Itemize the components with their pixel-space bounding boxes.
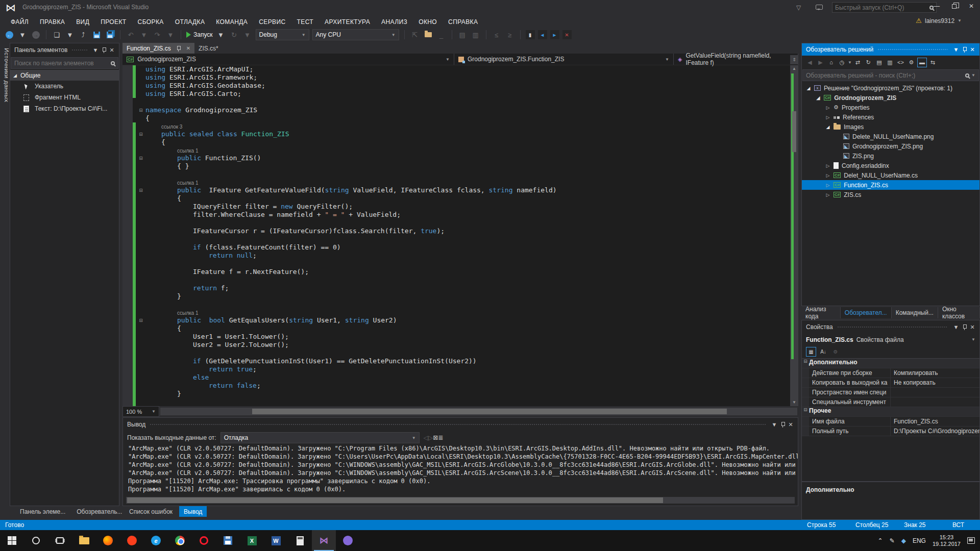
code-line[interactable]: ссылка 1 [122, 146, 790, 154]
solution-explorer-header[interactable]: Обозреватель решений ▼ ✕ [802, 43, 979, 56]
property-pages-icon[interactable]: ⚙ [830, 347, 841, 357]
output-header[interactable]: Вывод ▼ ✕ [123, 418, 798, 431]
pin-icon[interactable] [960, 46, 968, 53]
properties-icon[interactable]: ⚙ [906, 58, 916, 67]
property-value[interactable] [891, 388, 979, 397]
codelens-references[interactable]: ссылка 1 [177, 180, 199, 186]
switch-views-icon[interactable]: ⇄ [853, 58, 863, 67]
restart-button[interactable]: ↻ [229, 29, 239, 40]
code-line[interactable]: using ESRI.ArcGIS.Framework; [122, 73, 790, 82]
dock-tab[interactable]: Обозреватель... [72, 506, 127, 517]
tool-window-tab[interactable]: Анализ кода [801, 307, 841, 318]
code-line[interactable]: { [122, 324, 790, 333]
tree-item[interactable]: ▷C#ZIS.cs [802, 190, 979, 199]
expander-icon[interactable]: ◢ [825, 124, 830, 130]
scroll-down-icon[interactable]: ▼ [790, 399, 798, 406]
tool-window-tab[interactable]: Окно классов [938, 307, 980, 318]
user-badge[interactable]: ⚠ laines9312 ▼ [916, 17, 962, 24]
solution-explorer-search[interactable]: ▼ [802, 69, 979, 81]
window-position-icon[interactable]: ▼ [91, 47, 100, 53]
close-panel-icon[interactable]: ✕ [968, 46, 976, 53]
toolbox-item[interactable]: Фрагмент HTML [10, 92, 119, 103]
tree-item[interactable]: Delete_NULL_UserName.png [802, 132, 979, 141]
code-line[interactable]: IFeatureCursor r = (IFeatureCursor)fclas… [122, 227, 790, 235]
tree-item[interactable]: ZIS.png [802, 151, 979, 161]
output-log[interactable]: "ArcMap.exe" (CLR v2.0.50727: DefaultDom… [123, 444, 798, 495]
code-line[interactable] [122, 349, 790, 357]
scrollbar-thumb[interactable] [792, 111, 796, 152]
property-category[interactable]: ⊟Прочее [802, 407, 979, 417]
word-icon[interactable]: W [264, 530, 288, 551]
start-debug-button[interactable]: Запуск [186, 29, 213, 40]
code-line[interactable] [122, 235, 790, 243]
toolbox-header[interactable]: Панель элементов ▼ ✕ [10, 43, 119, 57]
code-line[interactable] [122, 260, 790, 268]
code-line[interactable]: ссылка 1 [122, 309, 790, 316]
back-icon[interactable]: ◀ [805, 58, 815, 67]
expander-icon[interactable]: ▷ [825, 183, 830, 188]
menu-сборка[interactable]: СБОРКА [132, 17, 169, 27]
code-line[interactable]: { [122, 194, 790, 203]
navigate-backward-caret[interactable]: ▼ [17, 29, 28, 40]
notifications-filter-icon[interactable]: ▽ [796, 4, 801, 11]
window-position-icon[interactable]: ▼ [770, 421, 778, 428]
zoom-control[interactable]: 100 %▼ [122, 406, 159, 417]
menu-правка[interactable]: ПРАВКА [34, 17, 70, 27]
data-sources-vertical-tab[interactable]: Источники данных [0, 45, 10, 157]
navbar-type-dropdown[interactable]: Grodnogiprozem_ZIS.Function_ZIS ▼ [454, 54, 674, 65]
chevron-down-icon[interactable]: ▼ [971, 73, 975, 78]
task-view-button[interactable] [48, 530, 72, 551]
chrome-icon[interactable] [168, 530, 192, 551]
code-line[interactable] [122, 219, 790, 227]
pending-changes-filter-icon-caret[interactable]: ▼ [848, 60, 852, 65]
window-position-icon[interactable]: ▼ [952, 324, 960, 330]
code-line[interactable]: if (fclass.FeatureCount(filter) == 0) [122, 243, 790, 252]
menu-файл[interactable]: ФАЙЛ [5, 17, 34, 27]
pen-tray-icon[interactable]: ✎ [890, 537, 895, 544]
menu-окно[interactable]: ОКНО [413, 17, 443, 27]
editor-split-handle[interactable]: ⇕ [790, 55, 798, 64]
preview-selected-items-icon[interactable]: ▬ [917, 58, 927, 67]
close-tab-icon[interactable]: ✕ [186, 45, 190, 51]
firefox-icon[interactable] [96, 530, 120, 551]
minimize-button[interactable]: — [928, 0, 945, 12]
code-line[interactable] [122, 300, 790, 309]
properties-object-selector[interactable]: Function_ZIS.cs Свойства файла ▼ [802, 334, 979, 345]
opera-icon[interactable] [192, 530, 216, 551]
tree-item[interactable]: ▷C#Delet_NULL_UserName.cs [802, 170, 979, 180]
pending-changes-filter-icon[interactable]: ◷ [837, 58, 847, 67]
start-button[interactable] [0, 530, 24, 551]
toolbox-group-general[interactable]: ◢ Общие [10, 70, 119, 81]
menu-тест[interactable]: ТЕСТ [291, 17, 320, 27]
code-line[interactable]: ссылка 1 [122, 179, 790, 186]
close-panel-icon[interactable]: ✕ [787, 421, 795, 428]
property-row[interactable]: Имя файлаFunction_ZIS.cs [802, 417, 979, 427]
expander-icon[interactable]: ▷ [825, 105, 830, 110]
code-line[interactable]: ⊟public Function_ZIS() [122, 154, 790, 162]
code-line[interactable]: return true; [122, 365, 790, 373]
previous-bookmark-icon[interactable]: ◄ [538, 30, 547, 39]
code-line[interactable]: using ESRI.ArcGIS.ArcMapUI; [122, 65, 790, 73]
tree-item[interactable]: ▷C#Function_ZIS.cs [802, 180, 979, 190]
code-line[interactable]: User1 = User1.ToLower(); [122, 333, 790, 341]
excel-icon[interactable]: X [240, 530, 264, 551]
property-row[interactable]: Специальный инструмент [802, 397, 979, 407]
new-project-button[interactable]: ❏ [52, 29, 62, 40]
window-position-icon[interactable]: ▼ [952, 46, 960, 53]
tree-item[interactable]: ▷Config.esriaddinx [802, 161, 979, 170]
menu-сервис[interactable]: СЕРВИС [253, 17, 291, 27]
property-value[interactable]: Function_ZIS.cs [891, 417, 979, 426]
uncomment-selection-icon[interactable]: ▥ [471, 29, 481, 40]
code-line[interactable]: { [122, 114, 790, 122]
expander-icon[interactable]: ◢ [816, 95, 821, 101]
menu-проект[interactable]: ПРОЕКТ [95, 17, 132, 27]
tool-window-tab[interactable]: Командный... [892, 307, 938, 318]
tree-item[interactable]: ◢C#Grodnogiprozem_ZIS [802, 93, 979, 103]
property-row[interactable]: Копировать в выходной каНе копировать [802, 378, 979, 388]
code-line[interactable]: filter.WhereClause = namefield + " = " +… [122, 211, 790, 219]
shield-tray-icon[interactable]: ◆ [901, 537, 906, 544]
toolbox-item[interactable]: Указатель [10, 81, 119, 92]
property-value[interactable]: D:\Проекты C#\Grodnogiprozem [891, 427, 979, 436]
code-line[interactable]: return null; [122, 252, 790, 260]
toolbox-search[interactable] [11, 57, 118, 69]
